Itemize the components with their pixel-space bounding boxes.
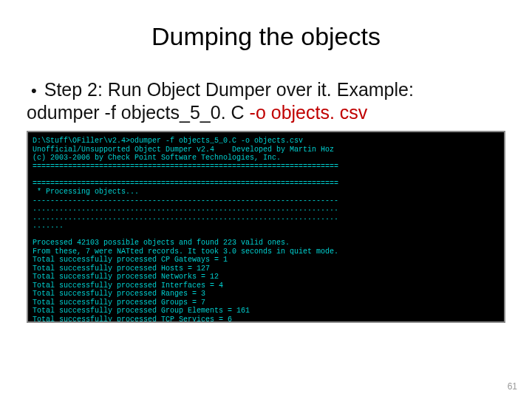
bullet-icon: •: [31, 81, 37, 100]
command-prefix: odumper -f objects_5_0. C: [27, 102, 250, 123]
page-number: 61: [508, 381, 517, 392]
bullet-line: • Step 2: Run Object Dumper over it. Exa…: [27, 79, 505, 100]
command-output: -o objects. csv: [250, 102, 368, 123]
step-text: Step 2: Run Object Dumper over it. Examp…: [44, 79, 414, 100]
command-line: odumper -f objects_5_0. C -o objects. cs…: [27, 102, 505, 123]
slide-content: • Step 2: Run Object Dumper over it. Exa…: [0, 79, 532, 123]
slide-title: Dumping the objects: [0, 22, 532, 51]
terminal-output: D:\Stuff\OFiller\v2.4>odumper -f objects…: [27, 131, 505, 323]
